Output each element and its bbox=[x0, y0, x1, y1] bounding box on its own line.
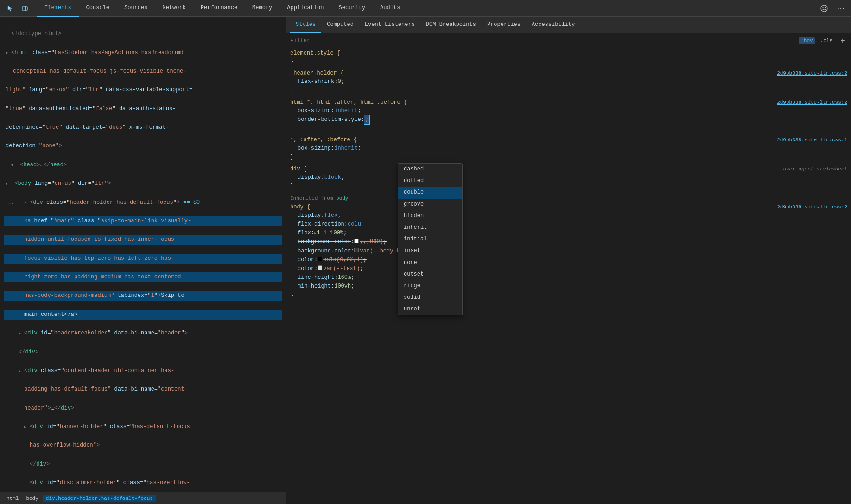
css-border-bottom-value[interactable]: ; bbox=[364, 115, 369, 124]
css-semicolon: ; bbox=[341, 77, 344, 86]
css-universal-selector: *, :after, :before { bbox=[290, 137, 357, 143]
tab-elements[interactable]: Elements bbox=[37, 0, 79, 17]
css-min-height-value[interactable]: 100vh bbox=[334, 282, 351, 291]
content-header-attrs: padding has-default-focus" data-bi-name=… bbox=[4, 384, 282, 394]
css-box-sizing-name[interactable]: box-sizing bbox=[298, 107, 331, 115]
css-flex-direction-value[interactable]: colu bbox=[348, 220, 361, 229]
css-rule-div: div { user agent stylesheet display : bl… bbox=[290, 166, 847, 191]
css-bg-color-strikethrough-value[interactable]: ,,,999) bbox=[360, 238, 383, 246]
tab-application[interactable]: Application bbox=[279, 0, 331, 17]
skip-link-row[interactable]: <a href="#main" class="skip-to-main-link… bbox=[4, 216, 282, 226]
css-display-body-name[interactable]: display bbox=[298, 211, 321, 220]
autocomplete-item-double[interactable]: double bbox=[398, 187, 462, 198]
css-color-strikethrough-value[interactable]: hsla(0,0%,1) bbox=[323, 256, 363, 265]
html-open-row[interactable]: <html class="hasSidebar hasPageActions h… bbox=[4, 48, 282, 58]
cursor-tool-button[interactable] bbox=[4, 2, 17, 15]
styles-content[interactable]: element.style { } .header-holder { 2d9bb… bbox=[286, 48, 851, 504]
css-color-value[interactable]: var(--text) bbox=[323, 265, 360, 273]
tab-console[interactable]: Console bbox=[79, 0, 117, 17]
autocomplete-item-hidden[interactable]: hidden bbox=[398, 210, 462, 222]
autocomplete-item-outset[interactable]: outset bbox=[398, 269, 462, 280]
css-border-bottom-name[interactable]: border-bottom-style bbox=[298, 115, 361, 124]
css-box-sizing-universal-value[interactable]: inherit bbox=[334, 144, 357, 153]
svg-point-4 bbox=[825, 7, 826, 8]
breadcrumb-body[interactable]: body bbox=[23, 495, 41, 502]
css-header-holder-source[interactable]: 2d9bb338.site-ltr.css:2 bbox=[777, 70, 847, 76]
css-min-height-name[interactable]: min-height bbox=[298, 282, 331, 291]
elements-tree[interactable]: <!doctype html> <html class="hasSidebar … bbox=[0, 17, 286, 504]
breadcrumb-active[interactable]: div.header-holder.has-default-focus bbox=[43, 495, 156, 502]
css-bg-color-name[interactable]: background-color bbox=[298, 247, 351, 256]
css-bg-color-line: background-color : var(--body-background… bbox=[290, 247, 847, 256]
emoji-button[interactable] bbox=[818, 2, 831, 15]
tab-network[interactable]: Network bbox=[155, 0, 193, 17]
css-color-name[interactable]: color bbox=[298, 265, 314, 273]
css-flex-name[interactable]: flex bbox=[298, 229, 311, 238]
tab-security[interactable]: Security bbox=[331, 0, 373, 17]
devtools-window: Elements Console Sources Network Perform… bbox=[0, 0, 851, 504]
tab-event-listeners[interactable]: Event Listeners bbox=[359, 17, 420, 33]
css-box-sizing-value[interactable]: inherit bbox=[334, 107, 357, 115]
breadcrumb-html[interactable]: html bbox=[4, 495, 21, 502]
css-display-div-value[interactable]: block bbox=[324, 173, 341, 182]
banner-row[interactable]: <div id="banner-holder" class="has-defau… bbox=[4, 422, 282, 432]
css-flex-value[interactable]: 1 1 100% bbox=[317, 229, 343, 238]
tab-styles[interactable]: Styles bbox=[290, 17, 321, 33]
color-swatch-1[interactable] bbox=[318, 257, 322, 261]
html-attrs-row2: light" lang="en-us" dir="ltr" data-css-v… bbox=[4, 85, 282, 95]
css-box-sizing-universal-line: box-sizing : inherit ; bbox=[290, 144, 847, 153]
hov-toggle[interactable]: :hov bbox=[799, 37, 814, 44]
device-toggle-button[interactable] bbox=[19, 2, 32, 15]
add-style-rule-button[interactable]: + bbox=[838, 36, 847, 45]
css-line-height-line: line-height : 160% ; bbox=[290, 273, 847, 282]
autocomplete-item-none[interactable]: none bbox=[398, 257, 462, 269]
tab-memory[interactable]: Memory bbox=[245, 0, 279, 17]
css-color-strikethrough-name[interactable]: color bbox=[298, 256, 314, 265]
css-body-source[interactable]: 2d9bb338.site-ltr.css:2 bbox=[777, 204, 847, 210]
css-display-div-name[interactable]: display bbox=[298, 173, 321, 182]
tab-sources[interactable]: Sources bbox=[117, 0, 155, 17]
css-prop-value[interactable]: 0 bbox=[337, 77, 341, 86]
css-rule-element-style: element.style { } bbox=[290, 50, 847, 66]
css-html-all-selector: html *, html :after, html :before { bbox=[290, 99, 407, 106]
css-line-height-name[interactable]: line-height bbox=[298, 273, 334, 282]
css-prop-name[interactable]: flex-shrink bbox=[298, 77, 334, 86]
autocomplete-item-unset[interactable]: unset bbox=[398, 303, 462, 315]
content-header-row[interactable]: <div class="content-header uhf-container… bbox=[4, 366, 282, 376]
css-bg-color-strikethrough-name[interactable]: background-color bbox=[298, 238, 351, 246]
tab-computed[interactable]: Computed bbox=[321, 17, 359, 33]
autocomplete-item-solid[interactable]: solid bbox=[398, 292, 462, 303]
css-display-body-value[interactable]: flex bbox=[324, 211, 338, 220]
color-swatch-2[interactable] bbox=[318, 265, 322, 270]
css-flex-direction-name[interactable]: flex-direction bbox=[298, 220, 344, 229]
autocomplete-item-dotted[interactable]: dotted bbox=[398, 175, 462, 187]
css-line-height-value[interactable]: 160% bbox=[337, 273, 351, 282]
css-bg-color-strikethrough-line: background-color : ,,,999) ; bbox=[290, 238, 847, 246]
tab-performance[interactable]: Performance bbox=[193, 0, 245, 17]
autocomplete-item-inherit[interactable]: inherit bbox=[398, 222, 462, 233]
bg-color-swatch-1[interactable] bbox=[354, 239, 359, 243]
html-attrs-row4: determined="true" data-target="docs" x-m… bbox=[4, 123, 282, 132]
devtools-toolbar: Elements Console Sources Network Perform… bbox=[0, 0, 851, 17]
body-row[interactable]: <body lang="en-us" dir="ltr"> bbox=[4, 179, 282, 189]
css-universal-source[interactable]: 2d9bb338.site-ltr.css:1 bbox=[777, 137, 847, 143]
tab-accessibility[interactable]: Accessibility bbox=[526, 17, 581, 33]
close-div-row: </div> bbox=[4, 347, 282, 357]
autocomplete-item-initial[interactable]: initial bbox=[398, 233, 462, 245]
autocomplete-item-inset[interactable]: inset bbox=[398, 245, 462, 257]
more-options-button[interactable]: ⋯ bbox=[834, 2, 847, 15]
css-html-all-source[interactable]: 2d9bb338.site-ltr.css:2 bbox=[777, 100, 847, 105]
autocomplete-item-dashed[interactable]: dashed bbox=[398, 164, 462, 175]
tab-audits[interactable]: Audits bbox=[373, 0, 407, 17]
tab-properties[interactable]: Properties bbox=[482, 17, 526, 33]
filter-input[interactable] bbox=[290, 38, 795, 44]
cls-toggle[interactable]: .cls bbox=[819, 37, 834, 44]
disclaimer-row[interactable]: <div id="disclaimer-holder" class="has-o… bbox=[4, 478, 282, 488]
head-row[interactable]: <head>…</head> bbox=[4, 160, 282, 170]
css-box-sizing-universal-name[interactable]: box-sizing bbox=[298, 144, 331, 153]
autocomplete-item-groove[interactable]: groove bbox=[398, 199, 462, 210]
tab-dom-breakpoints[interactable]: DOM Breakpoints bbox=[420, 17, 482, 33]
bg-color-swatch-2[interactable] bbox=[354, 248, 359, 252]
header-area-row[interactable]: <div id="headerAreaHolder" data-bi-name=… bbox=[4, 328, 282, 338]
autocomplete-item-ridge[interactable]: ridge bbox=[398, 280, 462, 292]
